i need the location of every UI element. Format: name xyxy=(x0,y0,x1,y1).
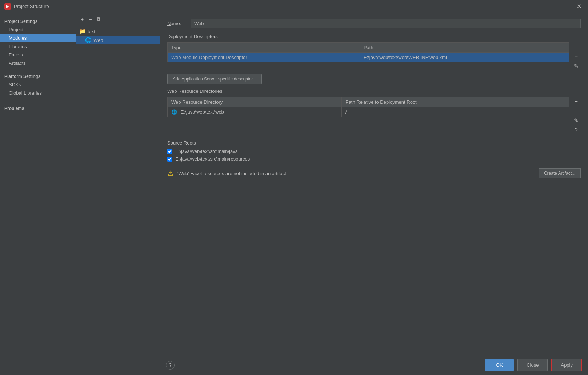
wrd-row-path: / xyxy=(341,107,569,117)
platform-settings-label: Platform Settings xyxy=(0,71,76,80)
project-structure-window: ▶ Project Structure ✕ Project Settings P… xyxy=(0,0,588,375)
deployment-descriptors-table-wrapper: Type Path Web Module Deployment Descript… xyxy=(167,42,569,70)
web-resource-dirs-header: Web Resource Directories xyxy=(167,88,581,94)
window-title: Project Structure xyxy=(14,4,49,9)
source-root-2-label: E:\java\web\text\src\main\resources xyxy=(175,156,250,162)
sidebar-item-sdks[interactable]: SDKs xyxy=(0,80,76,89)
title-bar-left: ▶ Project Structure xyxy=(4,3,49,10)
warning-icon: ⚠ xyxy=(167,169,174,178)
main-area: Name: Deployment Descriptors Type Path xyxy=(160,13,588,375)
ok-button[interactable]: OK xyxy=(485,359,514,371)
dd-table-actions: + − ✎ xyxy=(569,42,581,70)
bottom-left: ? xyxy=(166,361,175,370)
dd-row-path: E:\java\web\text\web\WEB-INF\web.xml xyxy=(360,53,569,62)
sidebar-item-global-libraries[interactable]: Global Libraries xyxy=(0,89,76,97)
deployment-descriptors-header: Deployment Descriptors xyxy=(167,34,581,39)
dd-add-button[interactable]: + xyxy=(572,43,580,51)
tree-remove-button[interactable]: − xyxy=(87,16,93,23)
sidebar-item-project[interactable]: Project xyxy=(0,25,76,34)
web-resource-dirs-table: Web Resource Directory Path Relative to … xyxy=(167,97,569,117)
bottom-bar: ? OK Close Apply xyxy=(160,355,588,375)
add-server-descriptor-button[interactable]: Add Application Server specific descript… xyxy=(167,74,262,84)
close-button[interactable]: Close xyxy=(517,359,548,371)
add-server-descriptor-section: Add Application Server specific descript… xyxy=(167,74,581,84)
tree-item-web[interactable]: 🌐 Web xyxy=(76,36,160,44)
main-content: Project Settings Project Modules Librari… xyxy=(0,13,588,375)
tree-item-web-label: Web xyxy=(93,38,103,43)
sidebar-item-modules[interactable]: Modules xyxy=(0,34,76,42)
problems-label: Problems xyxy=(0,103,76,112)
folder-icon: 📁 xyxy=(79,28,85,34)
warning-text: 'Web' Facet resources are not included i… xyxy=(177,171,286,176)
deployment-descriptors-container: Type Path Web Module Deployment Descript… xyxy=(167,42,581,70)
dd-row-type: Web Module Deployment Descriptor xyxy=(168,53,360,62)
table-row[interactable]: Web Module Deployment Descriptor E:\java… xyxy=(168,53,569,62)
close-window-button[interactable]: ✕ xyxy=(575,2,584,11)
sidebar-item-artifacts[interactable]: Artifacts xyxy=(0,59,76,67)
tree-panel: + − ⧉ 📁 text 🌐 Web xyxy=(76,13,160,375)
app-icon: ▶ xyxy=(4,3,11,10)
table-row[interactable]: 🌐 E:\java\web\text\web / xyxy=(168,107,569,117)
dd-col-type: Type xyxy=(168,43,360,53)
dd-col-path: Path xyxy=(360,43,569,53)
dd-edit-button[interactable]: ✎ xyxy=(572,62,581,70)
tree-copy-button[interactable]: ⧉ xyxy=(95,15,102,23)
source-roots-section: Source Roots E:\java\web\text\src\main\j… xyxy=(167,140,581,162)
source-root-1-label: E:\java\web\text\src\main\java xyxy=(175,149,238,154)
wrd-row-directory: 🌐 E:\java\web\text\web xyxy=(168,107,342,117)
source-root-2-row: E:\java\web\text\src\main\resources xyxy=(167,156,581,162)
name-field-row: Name: xyxy=(167,19,581,28)
sidebar-item-libraries[interactable]: Libraries xyxy=(0,42,76,51)
sidebar-item-facets[interactable]: Facets xyxy=(0,51,76,59)
web-dir-icon: 🌐 xyxy=(171,109,177,115)
title-bar: ▶ Project Structure ✕ xyxy=(0,0,588,13)
wrd-add-button[interactable]: + xyxy=(572,98,580,106)
wrd-remove-button[interactable]: − xyxy=(572,107,580,115)
dd-remove-button[interactable]: − xyxy=(572,52,580,60)
source-root-2-checkbox[interactable] xyxy=(167,157,172,162)
warning-bar: ⚠ 'Web' Facet resources are not included… xyxy=(167,166,581,181)
tree-add-button[interactable]: + xyxy=(79,16,85,23)
deployment-descriptors-table: Type Path Web Module Deployment Descript… xyxy=(167,42,569,62)
tree-toolbar: + − ⧉ xyxy=(76,13,160,25)
apply-button[interactable]: Apply xyxy=(551,359,582,371)
tree-item-text-label: text xyxy=(88,29,95,34)
web-resource-dirs-table-wrapper: Web Resource Directory Path Relative to … xyxy=(167,97,569,134)
wrd-table-actions: + − ✎ ? xyxy=(569,97,581,134)
wrd-help-button[interactable]: ? xyxy=(572,126,580,134)
wrd-col-directory: Web Resource Directory xyxy=(168,97,342,107)
help-button[interactable]: ? xyxy=(166,361,175,370)
content-scroll: Name: Deployment Descriptors Type Path xyxy=(160,13,588,355)
tree-body: 📁 text 🌐 Web xyxy=(76,25,160,375)
project-settings-label: Project Settings xyxy=(0,16,76,25)
sidebar: Project Settings Project Modules Librari… xyxy=(0,13,76,375)
source-roots-header: Source Roots xyxy=(167,140,581,146)
web-icon: 🌐 xyxy=(85,37,91,43)
name-label: Name: xyxy=(167,21,187,26)
create-artifact-button[interactable]: Create Artifact... xyxy=(539,168,581,178)
source-root-1-checkbox[interactable] xyxy=(167,149,172,154)
wrd-col-path: Path Relative to Deployment Root xyxy=(341,97,569,107)
wrd-edit-button[interactable]: ✎ xyxy=(572,117,581,125)
name-input[interactable] xyxy=(191,19,581,28)
tree-item-text[interactable]: 📁 text xyxy=(76,27,160,36)
source-root-1-row: E:\java\web\text\src\main\java xyxy=(167,149,581,154)
web-resource-dirs-container: Web Resource Directory Path Relative to … xyxy=(167,97,581,134)
